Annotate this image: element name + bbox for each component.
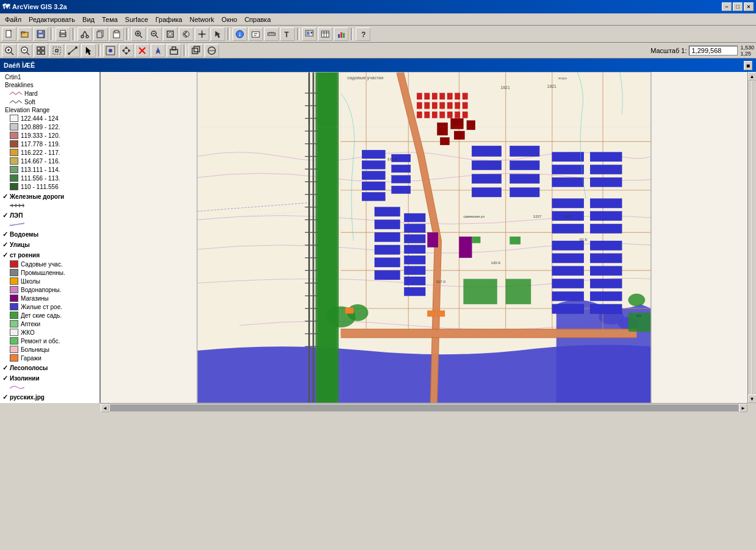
scrollbar-horizontal[interactable]: ◄ ►: [101, 403, 747, 412]
legend-lep-line[interactable]: [0, 220, 99, 229]
btn-vertex[interactable]: [103, 44, 118, 57]
btn-distance[interactable]: [65, 44, 80, 57]
btn-zoom-in[interactable]: [131, 27, 146, 41]
btn-cut[interactable]: [77, 27, 92, 41]
svg-rect-151: [472, 146, 501, 156]
legend-elev-3[interactable]: 119.333 - 120.: [0, 131, 99, 140]
legend-elev-5[interactable]: 116.222 - 117.: [0, 148, 99, 157]
btn-help[interactable]: ?: [356, 27, 370, 41]
menu-view[interactable]: Вид: [79, 15, 98, 24]
svg-rect-136: [392, 186, 411, 193]
minimize-button[interactable]: −: [722, 2, 732, 11]
svg-rect-195: [425, 102, 430, 109]
legend-pharmacy[interactable]: Аптеки: [0, 320, 99, 328]
btn-text[interactable]: T: [280, 27, 295, 41]
legend-elev-7[interactable]: 113.111 - 114.: [0, 165, 99, 174]
btn-chart[interactable]: [334, 27, 348, 41]
legend-kindergarten[interactable]: Дет ские садь.: [0, 311, 99, 320]
legend-garden-plots[interactable]: Садовые учас.: [0, 260, 99, 268]
legend-elev-6[interactable]: 114.667 - 116.: [0, 157, 99, 165]
legend-shops[interactable]: Магазины: [0, 294, 99, 302]
legend-header-isolines[interactable]: ✓ Изолинии: [0, 374, 99, 383]
btn-select[interactable]: [211, 27, 225, 41]
btn-pan[interactable]: [195, 27, 209, 41]
legend-railway-line[interactable]: [0, 201, 99, 210]
btn-print[interactable]: [56, 27, 70, 41]
legend-header-lep[interactable]: ✓ ЛЭП: [0, 211, 99, 220]
legend-residential[interactable]: Жилые ст рое.: [0, 302, 99, 311]
btn-delete[interactable]: [135, 44, 149, 57]
legend-repair[interactable]: Ремонт и обс.: [0, 337, 99, 345]
btn-open[interactable]: [18, 27, 32, 41]
legend-elev-9[interactable]: 110 - 111.556: [0, 182, 99, 191]
legend-hospital[interactable]: Больницы: [0, 345, 99, 354]
map-area[interactable]: садовые участки 1821 1821 1227 1227 120.…: [101, 72, 747, 403]
legend-header-streets[interactable]: ✓ Улицы: [0, 240, 99, 249]
legend-zko[interactable]: ЖКО: [0, 328, 99, 337]
scrollbar-vertical[interactable]: ▲ ▼: [747, 72, 756, 403]
legend-item-crtin1[interactable]: Crtin1: [0, 73, 99, 81]
legend-item-breaklines[interactable]: Breaklines: [0, 81, 99, 89]
menu-theme[interactable]: Тема: [98, 15, 121, 24]
svg-rect-160: [590, 152, 622, 162]
legend-garage[interactable]: Гаражи: [0, 354, 99, 362]
btn-zoom-prev[interactable]: [179, 27, 193, 41]
scroll-thumb-v[interactable]: [752, 80, 753, 395]
btn-save[interactable]: [34, 27, 48, 41]
legend-header-forest[interactable]: ✓ Лесополосы: [0, 363, 99, 373]
legend-elev-1[interactable]: 122.444 - 124: [0, 114, 99, 123]
btn-edit-region[interactable]: [167, 44, 181, 57]
menu-edit[interactable]: Редактировать: [25, 15, 79, 24]
legend-water-tower[interactable]: Водонапорны.: [0, 285, 99, 294]
legend-header-russkih[interactable]: ✓ русских.jpg: [0, 393, 99, 402]
menu-window[interactable]: Окно: [218, 15, 241, 24]
view-close-btn[interactable]: ■: [744, 61, 752, 70]
legend-elev-2[interactable]: 120.889 - 122.: [0, 123, 99, 131]
svg-rect-134: [392, 165, 411, 172]
btn-layout[interactable]: [302, 27, 317, 41]
btn-paste[interactable]: [109, 27, 124, 41]
scroll-thumb-h[interactable]: [109, 404, 739, 412]
btn-table[interactable]: [318, 27, 333, 41]
legend-item-elevation-range[interactable]: Elevation Range: [0, 106, 99, 114]
legend-header-buildings[interactable]: ✓ ст роения: [0, 251, 99, 260]
menu-graphics[interactable]: Графика: [152, 15, 186, 24]
btn-select-feature[interactable]: [81, 44, 96, 57]
menu-file[interactable]: Файл: [1, 15, 25, 24]
legend-elev-4[interactable]: 117.778 - 119.: [0, 140, 99, 148]
legend-header-railways[interactable]: ✓ Железные дороги: [0, 192, 99, 201]
close-button[interactable]: ×: [744, 2, 754, 11]
btn-zoom-full[interactable]: [163, 27, 178, 41]
menu-surface[interactable]: Surface: [121, 15, 152, 24]
scroll-down-arrow[interactable]: ▼: [748, 395, 757, 403]
btn-difference[interactable]: [204, 44, 219, 57]
legend-item-soft[interactable]: Soft: [0, 98, 99, 106]
scroll-left-arrow[interactable]: ◄: [101, 404, 109, 412]
btn-zoom-out[interactable]: [147, 27, 162, 41]
legend-school[interactable]: Школы: [0, 277, 99, 285]
btn-identify[interactable]: i: [232, 27, 247, 41]
legend-item-hard[interactable]: Hard: [0, 89, 99, 98]
btn-new[interactable]: [2, 27, 16, 41]
btn-zoom-in-2[interactable]: [2, 44, 16, 57]
scroll-up-arrow[interactable]: ▲: [748, 72, 757, 80]
btn-zoom-out-2[interactable]: [18, 44, 32, 57]
scroll-right-arrow[interactable]: ►: [739, 404, 747, 412]
menu-help[interactable]: Справка: [241, 15, 275, 24]
svg-line-18: [140, 35, 142, 38]
menu-network[interactable]: Network: [186, 15, 218, 24]
btn-copy[interactable]: [93, 27, 108, 41]
legend-panel[interactable]: Crtin1 Breaklines Hard Soft Elevation Ra…: [0, 72, 101, 403]
maximize-button[interactable]: □: [733, 2, 743, 11]
btn-zoom-select[interactable]: [49, 44, 64, 57]
btn-find[interactable]: [248, 27, 263, 41]
btn-zoom-extent[interactable]: [34, 44, 48, 57]
btn-move[interactable]: [119, 44, 134, 57]
btn-union[interactable]: [189, 44, 203, 57]
btn-add-feature[interactable]: [151, 44, 165, 57]
legend-industrial[interactable]: Промышленны.: [0, 268, 99, 277]
btn-measure[interactable]: [264, 27, 279, 41]
legend-elev-8[interactable]: 111.556 - 113.: [0, 174, 99, 182]
legend-header-water[interactable]: ✓ Водоемы: [0, 230, 99, 239]
legend-isoline-line[interactable]: [0, 383, 99, 391]
